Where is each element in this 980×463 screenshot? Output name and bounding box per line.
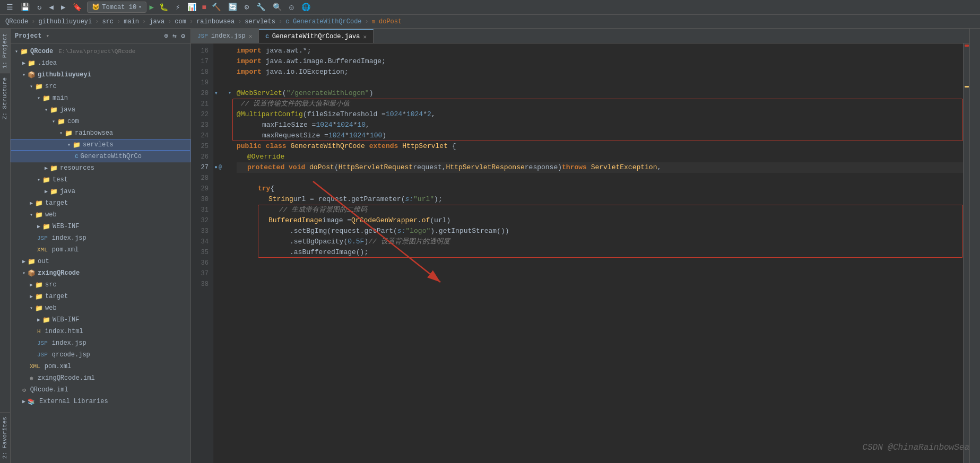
breadcrumb: QRcode › githubliuyueyi › src › main › j… bbox=[0, 15, 980, 29]
translate-icon[interactable]: 🌐 bbox=[299, 2, 313, 13]
code-editor[interactable]: import java.awt.*; import java.awt.image… bbox=[228, 43, 963, 463]
code-line-33: .setBgImg(request.getPart( s: "logo" ).g… bbox=[237, 226, 963, 237]
bookmark-icon[interactable]: 🔖 bbox=[71, 2, 84, 13]
marker-icon[interactable]: @ bbox=[219, 162, 222, 173]
source-root-icon: 📁 bbox=[50, 106, 58, 114]
code-line-25: public class GenerateWithQrCode extends … bbox=[237, 141, 963, 152]
back-icon[interactable]: ◀ bbox=[47, 2, 55, 13]
save-icon[interactable]: 💾 bbox=[19, 2, 32, 13]
tree-item-githubliuyueyi[interactable]: ▾ 📦 githubliuyueyi bbox=[11, 69, 190, 81]
tree-item-index-jsp[interactable]: JSP index.jsp bbox=[11, 232, 190, 244]
jsp-icon: JSP bbox=[37, 235, 48, 241]
tree-item-index-html[interactable]: H index.html bbox=[11, 326, 190, 337]
settings2-icon[interactable]: 🔧 bbox=[254, 2, 267, 13]
tree-item-qrcode[interactable]: ▾ 📁 QRcode E:\Java\project\QRcode bbox=[11, 46, 190, 57]
tree-item-target[interactable]: ▶ 📁 target bbox=[11, 197, 190, 209]
menu-icon[interactable]: ☰ bbox=[4, 2, 15, 13]
tab-java-label: GenerateWithQrCode.java bbox=[272, 33, 360, 40]
tree-item-GenerateWithQrCode[interactable]: C GenerateWithQrCo bbox=[11, 151, 190, 162]
gutter-20[interactable]: ▾ bbox=[214, 88, 227, 99]
forward-icon[interactable]: ▶ bbox=[59, 2, 67, 13]
tree-item-resources[interactable]: ▶ 📁 resources bbox=[11, 162, 190, 174]
settings-icon[interactable]: ⚙ bbox=[242, 2, 251, 13]
tab-close-java-icon[interactable]: ✕ bbox=[363, 33, 367, 40]
tree-item-out[interactable]: ▶ 📁 out bbox=[11, 256, 190, 267]
gutter-31 bbox=[214, 205, 227, 215]
right-scrollbar-gutter[interactable] bbox=[963, 43, 969, 463]
sync-icon[interactable]: ↻ bbox=[35, 2, 44, 13]
tree-item-rainbowsea[interactable]: ▾ 📁 rainbowsea bbox=[11, 127, 190, 139]
breadcrumb-src[interactable]: src bbox=[102, 18, 114, 25]
tree-item-WEB-INF2[interactable]: ▶ 📁 WEB-INF bbox=[11, 314, 190, 326]
collapse-arrow-icon[interactable]: ▾ bbox=[214, 88, 218, 99]
arrow-down-icon: ▾ bbox=[37, 177, 40, 183]
project-tab[interactable]: 1: Project bbox=[0, 29, 10, 73]
gutter-27[interactable]: ● @ bbox=[214, 162, 227, 173]
override-icon[interactable]: ● bbox=[214, 162, 218, 173]
breadcrumb-rainbowsea[interactable]: rainbowsea bbox=[196, 18, 235, 25]
locate-icon[interactable]: ⊕ bbox=[163, 31, 170, 41]
breadcrumb-servlets[interactable]: servlets bbox=[245, 18, 275, 25]
run-button[interactable]: ▶ bbox=[150, 3, 154, 12]
annotation-block-2: // 生成带有背景图的二维码 BufferedImage image = QrC… bbox=[237, 205, 963, 258]
tree-item-zxingQRcode[interactable]: ▾ 📦 zxingQRcode bbox=[11, 267, 190, 279]
code-line-21: // 设置传输文件的最大值和最小值 bbox=[237, 99, 963, 109]
sync2-icon[interactable]: 🔄 bbox=[226, 2, 239, 13]
tree-item-web2[interactable]: ▾ 📁 web bbox=[11, 302, 190, 314]
tree-item-target2[interactable]: ▶ 📁 target bbox=[11, 291, 190, 302]
coverage-icon[interactable]: ⚡ bbox=[174, 2, 182, 13]
tree-item-main[interactable]: ▾ 📁 main bbox=[11, 92, 190, 104]
gutter-32 bbox=[214, 215, 227, 226]
breadcrumb-class[interactable]: C GenerateWithQrCode bbox=[285, 18, 361, 25]
search-icon[interactable]: 🔍 bbox=[271, 2, 284, 13]
breadcrumb-com[interactable]: com bbox=[175, 18, 186, 25]
stop-button[interactable]: ■ bbox=[202, 3, 206, 12]
tree-item-java-src[interactable]: ▾ 📁 java bbox=[11, 104, 190, 116]
debug-icon[interactable]: 🐛 bbox=[157, 2, 170, 13]
breadcrumb-method[interactable]: m doPost bbox=[372, 18, 402, 25]
tree-item-src2[interactable]: ▶ 📁 src bbox=[11, 279, 190, 291]
tree-item-pom-xml[interactable]: XML pom.xml bbox=[11, 244, 190, 256]
breadcrumb-qrcode[interactable]: QRcode bbox=[5, 18, 28, 25]
tree-item-index-jsp2[interactable]: JSP index.jsp bbox=[11, 337, 190, 349]
tree-item-ext-libs[interactable]: ▶ 📚 External Libraries bbox=[11, 396, 190, 407]
tree-item-web[interactable]: ▾ 📁 web bbox=[11, 209, 190, 221]
favorites-tab[interactable]: 2: Favorites bbox=[0, 412, 10, 463]
breadcrumb-java[interactable]: java bbox=[149, 18, 164, 25]
tab-index-jsp-label: index.jsp bbox=[211, 32, 246, 40]
folder-icon: 📁 bbox=[42, 223, 50, 231]
tab-bar: JSP index.jsp ✕ C GenerateWithQrCode.jav… bbox=[191, 29, 969, 43]
tree-item-WEB-INF[interactable]: ▶ 📁 WEB-INF bbox=[11, 221, 190, 232]
structure-tab[interactable]: Z: Structure bbox=[0, 73, 10, 124]
collapse-icon[interactable]: ⇆ bbox=[171, 31, 178, 41]
tree-item-zxingQRcode-iml[interactable]: ⚙ zxingQRcode.iml bbox=[11, 372, 190, 384]
tree-item-servlets[interactable]: ▾ 📁 servlets bbox=[11, 139, 190, 151]
settings-gear-icon[interactable]: ⚙ bbox=[180, 31, 186, 41]
code-line-34: .setBgOpacity( 0.5F ) // 设置背景图片的透明度 bbox=[237, 237, 963, 247]
find-icon[interactable]: ◎ bbox=[287, 2, 296, 13]
tab-index-jsp[interactable]: JSP index.jsp ✕ bbox=[191, 29, 259, 43]
build-icon[interactable]: 🔨 bbox=[210, 2, 223, 13]
arrow-right-icon: ▶ bbox=[37, 317, 40, 323]
project-dropdown-icon[interactable]: ▾ bbox=[46, 32, 49, 39]
tree-item-qrcode-jsp[interactable]: JSP qrcode.jsp bbox=[11, 349, 190, 361]
tree-item-src[interactable]: ▾ 📁 src bbox=[11, 81, 190, 92]
line-num-19: 19 bbox=[191, 77, 213, 88]
profile-icon[interactable]: 📊 bbox=[185, 2, 198, 13]
code-line-24: maxRequestSize = 1024 * 1024 * 100 ) bbox=[237, 130, 963, 141]
tree-item-QRcode-iml[interactable]: ⚙ QRcode.iml bbox=[11, 384, 190, 396]
code-line-19 bbox=[237, 77, 963, 88]
breadcrumb-main[interactable]: main bbox=[124, 18, 139, 25]
tomcat-selector[interactable]: 🐱 Tomcat 10 ▾ bbox=[87, 2, 146, 13]
tab-java-icon: C bbox=[265, 33, 269, 40]
folder-icon: 📁 bbox=[35, 281, 43, 289]
tree-item-java-test[interactable]: ▶ 📁 java bbox=[11, 186, 190, 197]
tree-item-idea[interactable]: ▶ 📁 .idea bbox=[11, 57, 190, 69]
tree-item-test[interactable]: ▾ 📁 test bbox=[11, 174, 190, 186]
tree-item-com[interactable]: ▾ 📁 com bbox=[11, 116, 190, 127]
code-line-36 bbox=[237, 258, 963, 268]
tree-item-pom-xml2[interactable]: XML pom.xml bbox=[11, 361, 190, 372]
tab-close-icon[interactable]: ✕ bbox=[249, 33, 253, 40]
breadcrumb-githubliuyueyi[interactable]: githubliuyueyi bbox=[38, 18, 92, 25]
tab-GenerateWithQrCode[interactable]: C GenerateWithQrCode.java ✕ bbox=[259, 29, 374, 43]
